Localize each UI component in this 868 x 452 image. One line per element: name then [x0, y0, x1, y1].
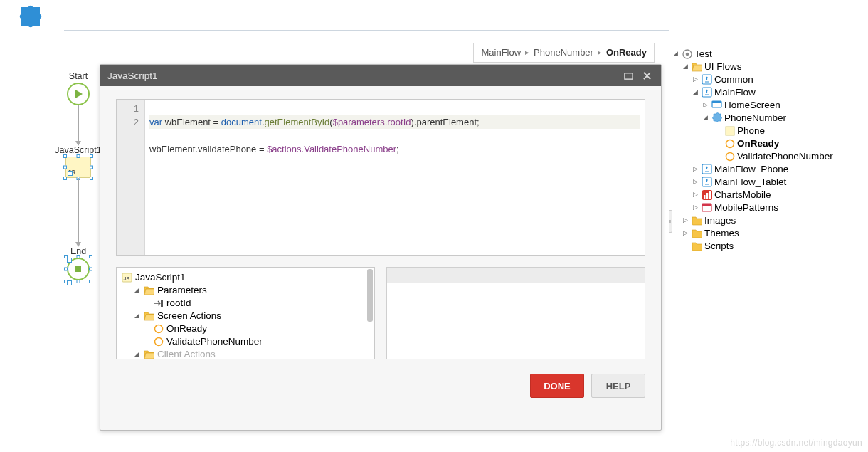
collapse-icon[interactable]: ◢	[702, 115, 709, 121]
breadcrumb[interactable]: MainFlow ▸ PhoneNumber ▸ OnReady	[473, 43, 655, 63]
javascript-node-label: JavaScript1	[55, 145, 101, 155]
collapse-icon[interactable]: ◢	[692, 89, 699, 95]
svg-rect-17	[75, 266, 81, 272]
flow-icon	[701, 176, 712, 187]
action-icon	[152, 322, 164, 334]
input-param-icon	[152, 297, 164, 308]
start-label: Start	[69, 71, 88, 81]
folder-open-icon	[143, 284, 154, 295]
tree-common[interactable]: ▷Common	[672, 73, 865, 85]
code-editor[interactable]: 1 2 var wbElement = document.getElementB…	[116, 99, 645, 256]
tree-homescreen[interactable]: ▷HomeScreen	[672, 98, 865, 111]
tree-validate[interactable]: ValidatePhoneNumber	[121, 335, 370, 347]
breadcrumb-phonenumber[interactable]: PhoneNumber	[534, 47, 593, 58]
tree-js-root[interactable]: JavaScript1	[121, 270, 370, 283]
expand-icon[interactable]: ▷	[692, 76, 699, 83]
project-tree[interactable]: ≡ ◢Test ◢UI Flows ▷Common ◢MainFlow ▷Hom…	[669, 43, 868, 452]
expand-icon[interactable]: ▷	[692, 166, 699, 172]
folder-open-icon	[143, 348, 154, 359]
breadcrumb-mainflow[interactable]: MainFlow	[481, 47, 521, 58]
tree-client-actions[interactable]: ◢Client Actions	[121, 347, 370, 359]
collapse-icon[interactable]: ◢	[672, 51, 679, 57]
dialog-title: JavaScript1	[107, 70, 158, 81]
tree-mainflow-tablet[interactable]: ▷MainFlow_Tablet	[672, 175, 865, 188]
puzzle-icon	[711, 112, 722, 123]
watermark: https://blog.csdn.net/mingdaoyun	[730, 438, 862, 448]
top-bar	[0, 0, 868, 43]
svg-rect-18	[624, 73, 632, 78]
expand-icon[interactable]: ▷	[692, 204, 699, 211]
tree-uiflows[interactable]: ◢UI Flows	[672, 60, 865, 73]
line-gutter: 1 2	[117, 100, 145, 255]
collapse-icon[interactable]: ◢	[682, 63, 689, 70]
block-icon	[724, 125, 735, 136]
flow-canvas[interactable]: Start JavaScript1 JS End	[0, 43, 114, 452]
maximize-icon[interactable]	[621, 68, 635, 83]
app-icon	[681, 48, 692, 59]
tree-validate[interactable]: ▷ValidatePhoneNumber	[672, 149, 865, 162]
js-scope-tree[interactable]: JavaScript1 ◢Parameters rootId ◢Screen A…	[116, 267, 375, 359]
play-icon	[67, 83, 90, 105]
collapse-icon[interactable]: ◢	[134, 312, 140, 319]
chevron-right-icon: ▸	[525, 48, 529, 57]
tree-mobilepatterns[interactable]: ▷MobilePatterns	[672, 201, 865, 214]
collapse-icon[interactable]: ◢	[134, 287, 140, 293]
tree-chartsmobile[interactable]: ▷ChartsMobile	[672, 188, 865, 201]
ui-icon	[701, 201, 712, 213]
close-icon[interactable]	[640, 68, 654, 83]
js-icon	[121, 271, 132, 283]
breadcrumb-current: OnReady	[606, 47, 647, 58]
flow-icon	[701, 163, 712, 174]
property-pane	[386, 267, 645, 359]
done-button[interactable]: DONE	[530, 374, 584, 398]
puzzle-logo-icon	[13, 3, 47, 40]
tree-onready[interactable]: ▷OnReady	[672, 137, 865, 149]
tree-phonenumber[interactable]: ◢PhoneNumber	[672, 111, 865, 124]
tree-rootid[interactable]: rootId	[121, 296, 370, 309]
tree-themes[interactable]: ▷Themes	[672, 226, 865, 239]
tree-images[interactable]: ▷Images	[672, 214, 865, 226]
tree-scripts[interactable]: ▷Scripts	[672, 239, 865, 252]
action-icon	[152, 335, 164, 347]
scrollbar-thumb[interactable]	[367, 269, 373, 322]
expand-icon[interactable]: ▷	[692, 191, 699, 198]
expand-icon[interactable]: ▷	[692, 179, 699, 185]
expand-icon[interactable]: ▷	[682, 230, 689, 236]
folder-open-icon	[691, 61, 702, 72]
action-icon	[724, 150, 735, 162]
code-area[interactable]: var wbElement = document.getElementById(…	[145, 100, 645, 255]
end-node[interactable]: End	[67, 246, 90, 280]
tree-test[interactable]: ◢Test	[672, 47, 865, 60]
folder-open-icon	[143, 310, 154, 321]
flow-icon	[701, 73, 712, 85]
js-icon[interactable]: JS	[65, 157, 91, 178]
stop-icon	[67, 258, 90, 280]
action-icon	[724, 137, 735, 149]
help-button[interactable]: HELP	[591, 374, 645, 398]
javascript-dialog: JavaScript1 1 2 var wbElement = document…	[100, 64, 662, 431]
tree-mainflow-phone[interactable]: ▷MainFlow_Phone	[672, 162, 865, 175]
tree-phone[interactable]: ▷Phone	[672, 124, 865, 137]
chevron-right-icon: ▸	[598, 48, 602, 57]
expand-icon[interactable]: ▷	[702, 102, 709, 108]
splitter-handle[interactable]: ≡	[669, 210, 672, 233]
expand-icon[interactable]: ▷	[682, 217, 689, 224]
tree-screen-actions[interactable]: ◢Screen Actions	[121, 309, 370, 322]
collapse-icon[interactable]: ◢	[134, 351, 140, 357]
dialog-titlebar[interactable]: JavaScript1	[100, 65, 661, 86]
folder-icon	[691, 214, 702, 226]
tree-mainflow[interactable]: ◢MainFlow	[672, 85, 865, 98]
javascript-node[interactable]: JavaScript1 JS	[55, 145, 101, 178]
folder-icon	[691, 240, 702, 251]
screen-icon	[711, 99, 722, 110]
charts-icon	[701, 189, 712, 200]
folder-icon	[691, 227, 702, 238]
tree-onready[interactable]: OnReady	[121, 322, 370, 335]
start-node[interactable]: Start	[67, 71, 90, 105]
flow-icon	[701, 86, 712, 98]
tree-parameters[interactable]: ◢Parameters	[121, 283, 370, 296]
